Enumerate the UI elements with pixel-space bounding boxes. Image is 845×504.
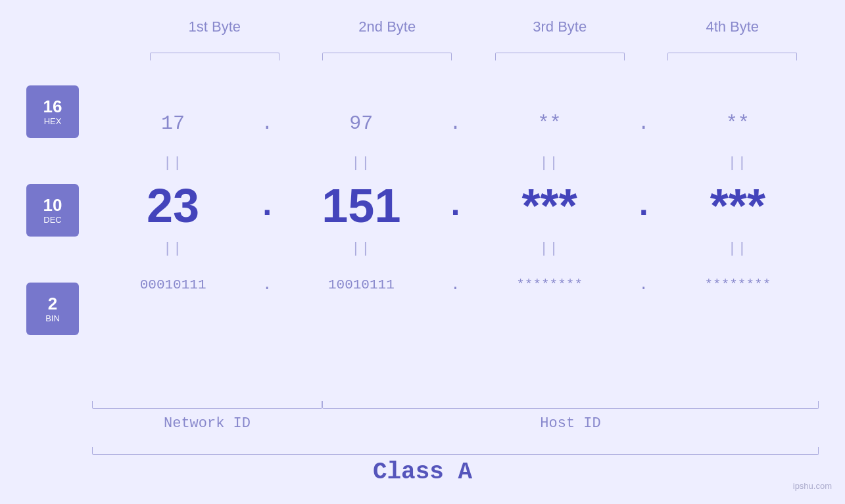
byte-header-4: 4th Byte [646,18,819,35]
bin-badge-num: 2 [48,295,57,312]
hex-cell-1: 17 [92,112,254,135]
dec-cell-1: 23 [92,179,254,233]
hex-badge-num: 16 [43,98,62,115]
eq-1-4: || [657,155,819,172]
eq-2-4: || [657,241,819,257]
byte-headers: 1st Byte 2nd Byte 3rd Byte 4th Byte [128,18,819,35]
rows-area: 17 . 97 . ** . ** || || || || 23 . 151 .… [92,66,819,308]
dec-cell-2: 151 [280,179,442,233]
hex-dot-3: . [631,112,657,135]
dec-dot-2: . [443,187,469,225]
bin-cell-1: 00010111 [92,277,254,292]
bracket-line-1 [150,53,279,60]
bin-dot-3: . [631,276,657,294]
bin-cell-2: 10010111 [280,277,442,292]
hex-cell-3: ** [469,112,631,135]
bracket-line-2 [322,53,452,60]
badges-column: 16 HEX 10 DEC 2 BIN [26,85,79,335]
hex-dot-1: . [254,112,280,135]
eq-1-2: || [280,155,442,172]
bracket-top-2 [301,53,474,60]
bin-row: 00010111 . 10010111 . ******** . *******… [92,262,819,308]
dec-cell-4: *** [657,179,819,233]
bracket-top-1 [128,53,301,60]
bracket-top-3 [473,53,646,60]
byte-header-3: 3rd Byte [473,18,646,35]
dec-badge: 10 DEC [26,184,79,237]
hex-row: 17 . 97 . ** . ** [92,97,819,150]
host-bracket-line [322,401,819,409]
equals-row-1: || || || || [92,150,819,176]
dec-badge-num: 10 [43,196,62,214]
eq-2-1: || [92,241,254,257]
net-bracket-line [92,401,322,409]
bracket-top-4 [646,53,819,60]
hex-cell-2: 97 [280,112,442,135]
equals-row-2: || || || || [92,235,819,262]
dec-cell-3: *** [469,179,631,233]
hex-cell-4: ** [657,112,819,135]
host-id-label: Host ID [322,415,819,432]
dec-dot-1: . [254,187,280,225]
hex-badge-label: HEX [44,116,62,126]
bracket-line-4 [667,53,797,60]
class-label: Class A [92,459,753,486]
host-id-bracket [322,401,819,409]
byte-header-2: 2nd Byte [301,18,474,35]
eq-1-1: || [92,155,254,172]
dec-dot-3: . [631,187,657,225]
bin-dot-2: . [443,276,469,294]
hex-badge: 16 HEX [26,85,79,138]
eq-2-3: || [469,241,631,257]
top-brackets [128,53,819,60]
main-bracket-bottom [92,447,819,455]
byte-header-1: 1st Byte [128,18,301,35]
hex-dot-2: . [443,112,469,135]
bin-badge-label: BIN [45,313,60,323]
bracket-line-3 [495,53,625,60]
bin-cell-3: ******** [469,277,631,292]
main-container: 1st Byte 2nd Byte 3rd Byte 4th Byte 16 H… [0,0,845,504]
dec-badge-label: DEC [43,215,61,225]
bin-badge: 2 BIN [26,283,79,335]
network-id-bracket [92,401,322,409]
network-id-label: Network ID [92,415,322,432]
eq-2-2: || [280,241,442,257]
bin-dot-1: . [254,276,280,294]
main-bracket-line [92,447,819,455]
bin-cell-4: ******** [657,277,819,292]
watermark: ipshu.com [793,481,832,491]
eq-1-3: || [469,155,631,172]
dec-row: 23 . 151 . *** . *** [92,176,819,235]
